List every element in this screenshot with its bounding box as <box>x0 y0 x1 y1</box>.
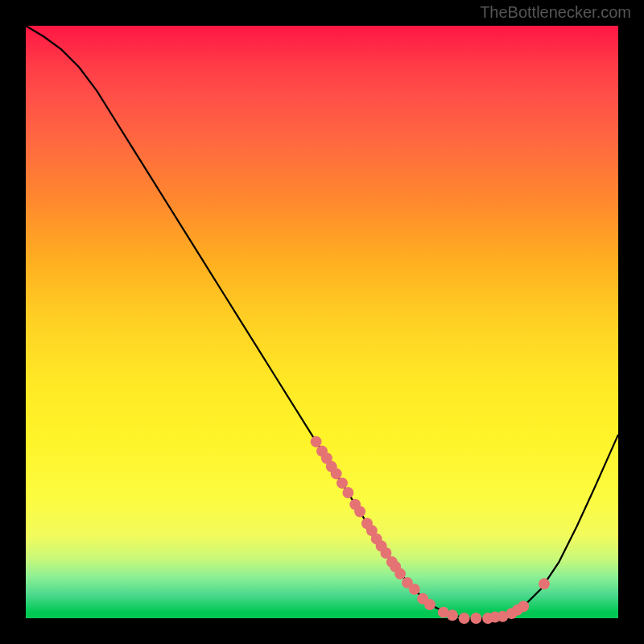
chart-marker <box>424 599 436 610</box>
chart-marker <box>447 609 458 621</box>
chart-marker <box>470 613 481 624</box>
watermark-text: TheBottlenecker.com <box>480 3 631 22</box>
chart-markers <box>311 436 550 624</box>
chart-marker <box>459 613 470 624</box>
chart-plot-area <box>24 24 620 620</box>
chart-marker <box>394 568 406 580</box>
chart-svg <box>26 26 618 618</box>
chart-marker <box>409 584 420 595</box>
chart-curve <box>26 26 618 618</box>
chart-marker <box>336 477 348 489</box>
chart-marker <box>539 578 550 589</box>
chart-marker <box>342 487 353 498</box>
chart-marker <box>518 601 529 612</box>
chart-marker <box>354 506 365 518</box>
chart-marker <box>311 436 322 448</box>
chart-marker <box>331 468 342 479</box>
